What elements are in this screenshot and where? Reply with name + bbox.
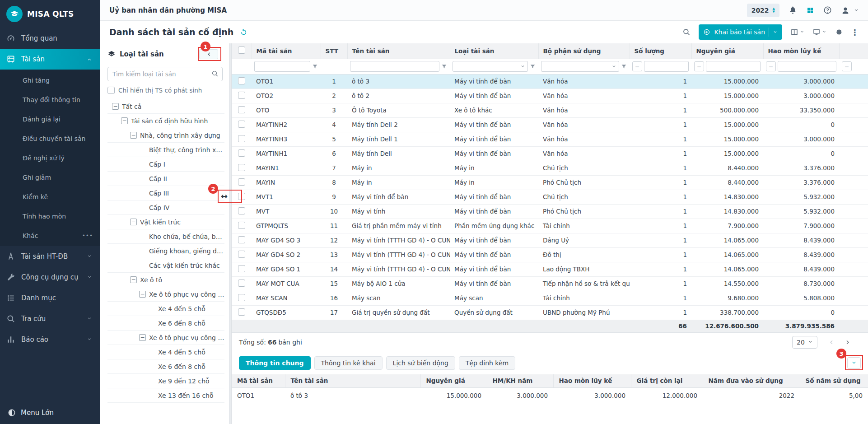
sidebar-subitem-ghi-giam[interactable]: Ghi giảm bbox=[0, 168, 100, 187]
tree-node[interactable]: Cấp II bbox=[107, 172, 224, 186]
table-row[interactable]: MAY GD4 SO 312Máy vi tính (TTTH GD 4) - … bbox=[232, 233, 868, 247]
equals-operator-icon[interactable]: = bbox=[632, 61, 642, 71]
tree-search-input[interactable] bbox=[107, 67, 223, 81]
row-checkbox[interactable] bbox=[238, 106, 245, 113]
year-spin-arrows-icon[interactable]: ▲▼ bbox=[773, 7, 775, 14]
tree-node[interactable]: Xe 4 đến 5 chỗ bbox=[107, 302, 224, 316]
filter-input[interactable] bbox=[644, 61, 689, 72]
table-row[interactable]: MAYTINH16Máy tính DellMáy vi tính để bàn… bbox=[232, 146, 868, 161]
tree-node[interactable]: Cấp IV bbox=[107, 200, 224, 215]
column-header-ten-tai-san[interactable]: Tên tài sản bbox=[347, 43, 450, 59]
tree-node[interactable]: −Tất cả bbox=[107, 99, 224, 114]
tree-node[interactable]: Xe 6 đến 8 chỗ bbox=[107, 359, 224, 374]
sidebar-item-cong-cu-dung-cu[interactable]: Công cụ dụng cụ bbox=[0, 267, 100, 288]
layout-columns-button[interactable] bbox=[790, 28, 804, 36]
table-row[interactable]: MAYTINH35Máy tính Dell 1Máy vi tính để b… bbox=[232, 132, 868, 146]
tree-node[interactable]: −Nhà, công trình xây dựng bbox=[107, 128, 224, 143]
tree-node[interactable]: Xe 6 đến 8 chỗ bbox=[107, 316, 224, 331]
table-row[interactable]: MAY SCAN16Máy scanMáy scanTài chính19.68… bbox=[232, 291, 868, 305]
pager-prev-button[interactable] bbox=[827, 339, 835, 346]
sidebar-subitem-khac[interactable]: Khác••• bbox=[0, 226, 100, 245]
tab-thong-tin-ke-khai[interactable]: Thông tin kê khai bbox=[314, 356, 383, 370]
row-checkbox[interactable] bbox=[238, 207, 245, 214]
tab-lich-su-bien-dong[interactable]: Lịch sử biến động bbox=[386, 356, 455, 370]
equals-operator-icon[interactable]: = bbox=[694, 61, 704, 71]
filter-input[interactable] bbox=[706, 61, 761, 72]
tree-node[interactable]: Biệt thự, công trình xây dựn... bbox=[107, 143, 224, 157]
sidebar-subitem-de-nghi-xu-ly[interactable]: Đề nghị xử lý bbox=[0, 148, 100, 168]
row-checkbox[interactable] bbox=[238, 236, 245, 243]
table-row[interactable]: MAYIN8Máy inMáy inPhó Chủ tịch18.440.000… bbox=[232, 175, 868, 190]
table-row[interactable]: MAY GD4 SO 213Máy vi tính (TTTH GD 4) - … bbox=[232, 247, 868, 262]
row-checkbox[interactable] bbox=[238, 178, 245, 186]
column-header-bo-phan-su-dung[interactable]: Bộ phận sử dụng bbox=[538, 43, 630, 59]
column-header-so-luong[interactable]: Số lượng bbox=[630, 43, 691, 59]
minus-expander-icon[interactable]: − bbox=[112, 103, 119, 110]
minus-expander-icon[interactable]: − bbox=[139, 291, 146, 298]
tree-node[interactable]: Xe 4 đến 5 chỗ bbox=[107, 345, 224, 359]
show-only-active-checkbox[interactable] bbox=[107, 87, 115, 94]
tree-node[interactable]: −Xe ô tô phục vụ công tác ... bbox=[107, 331, 224, 345]
tab-tep-dinh-kem[interactable]: Tệp đính kèm bbox=[459, 356, 515, 370]
filter-funnel-icon[interactable] bbox=[441, 64, 447, 70]
select-all-checkbox[interactable] bbox=[238, 47, 245, 54]
row-checkbox[interactable] bbox=[238, 121, 245, 128]
filter-input[interactable] bbox=[778, 61, 836, 72]
table-row[interactable]: MVT10Máy vi tínhMáy vi tính để bànPhó Ch… bbox=[232, 204, 868, 219]
year-stepper[interactable]: 2022 ▲▼ bbox=[747, 4, 779, 17]
table-row[interactable]: MVT19Máy vi tính để bànMáy vi tính để bà… bbox=[232, 190, 868, 204]
minus-expander-icon[interactable]: − bbox=[130, 276, 137, 283]
user-avatar-icon[interactable] bbox=[841, 6, 850, 15]
help-icon[interactable] bbox=[823, 6, 832, 14]
row-checkbox[interactable] bbox=[238, 294, 245, 301]
tree-node[interactable]: −Xe ô tô phục vụ công tác ... bbox=[107, 287, 224, 302]
filter-funnel-icon[interactable] bbox=[312, 64, 318, 70]
table-row[interactable]: MAYTINH24Máy tính Dell 2Máy vi tính để b… bbox=[232, 117, 868, 132]
tree-node[interactable]: Xe 9 đến 12 chỗ bbox=[107, 374, 224, 388]
sidebar-item-tai-san[interactable]: Tài sản bbox=[0, 49, 100, 70]
filter-input[interactable] bbox=[254, 61, 310, 72]
minus-expander-icon[interactable]: − bbox=[130, 219, 137, 225]
pager-next-button[interactable] bbox=[845, 339, 852, 346]
tree-node[interactable]: Kho chứa, bể chứa, bãi đỗ, s... bbox=[107, 229, 224, 244]
tree-node[interactable]: Xe 13 đến 16 chỗ bbox=[107, 388, 224, 403]
minus-expander-icon[interactable]: − bbox=[139, 334, 146, 341]
equals-operator-icon[interactable]: = bbox=[766, 61, 776, 71]
row-checkbox[interactable] bbox=[238, 308, 245, 316]
row-checkbox[interactable] bbox=[238, 251, 245, 258]
table-row[interactable]: MAY MOT CUA15Máy bộ AIO 1 cửaMáy vi tính… bbox=[232, 276, 868, 291]
row-checkbox[interactable] bbox=[238, 77, 245, 84]
table-row[interactable]: MAYIN17Máy inMáy inChủ tịch18.440.0003.3… bbox=[232, 161, 868, 175]
chevron-down-icon[interactable] bbox=[773, 30, 778, 35]
minus-expander-icon[interactable]: − bbox=[121, 117, 128, 124]
tree-node[interactable]: Cấp III bbox=[107, 186, 224, 200]
tree-node[interactable]: Giếng khoan, giếng đào, tườ... bbox=[107, 244, 224, 258]
sidebar-subitem-thay-doi-thong-tin[interactable]: Thay đổi thông tin bbox=[0, 90, 100, 109]
table-row[interactable]: MAY GD4 SO 114Máy vi tính (TTTH GD 4) - … bbox=[232, 262, 868, 276]
tree-node[interactable]: −Vật kiến trúc bbox=[107, 215, 224, 229]
sidebar-subitem-ghi-tang[interactable]: Ghi tăng bbox=[0, 70, 100, 90]
settings-button[interactable] bbox=[835, 28, 843, 36]
minus-expander-icon[interactable]: − bbox=[130, 132, 137, 139]
more-options-icon[interactable]: ••• bbox=[82, 233, 93, 239]
column-header-nguyen-gia[interactable]: Nguyên giá bbox=[691, 43, 763, 59]
display-mode-button[interactable] bbox=[812, 28, 826, 36]
sidebar-item-bao-cao[interactable]: Báo cáo bbox=[0, 329, 100, 350]
row-checkbox[interactable] bbox=[238, 265, 245, 272]
column-header-stt[interactable]: STT bbox=[321, 43, 347, 59]
table-row[interactable]: GTPMQLTS11Giá trị phần mềm máy vi tínhPh… bbox=[232, 219, 868, 233]
more-options-icon[interactable]: ⋮ bbox=[851, 28, 859, 37]
column-header-ma-tai-san[interactable]: Mã tài sản bbox=[252, 43, 321, 59]
sidebar-subitem-danh-gia-lai[interactable]: Đánh giá lại bbox=[0, 109, 100, 129]
sidebar-subitem-dieu-chuyen-tai-san[interactable]: Điều chuyển tài sản bbox=[0, 129, 100, 148]
filter-funnel-icon[interactable] bbox=[621, 64, 627, 70]
table-row[interactable]: GTQSDĐ517Giá trị quyền sử dụng đấtQuyền … bbox=[232, 305, 868, 320]
column-header-hao-mon-luy-ke[interactable]: Hao mòn lũy kế bbox=[763, 43, 839, 59]
sidebar-subitem-kiem-ke[interactable]: Kiểm kê bbox=[0, 187, 100, 206]
refresh-icon[interactable] bbox=[240, 28, 247, 36]
filter-input[interactable] bbox=[350, 61, 439, 72]
detail-row[interactable]: OTO1ô tô 315.000.0003.000.0003.000.00012… bbox=[232, 388, 868, 403]
search-icon[interactable] bbox=[682, 28, 691, 36]
sidebar-item-tong-quan[interactable]: Tổng quan bbox=[0, 28, 100, 49]
row-checkbox[interactable] bbox=[238, 149, 245, 157]
